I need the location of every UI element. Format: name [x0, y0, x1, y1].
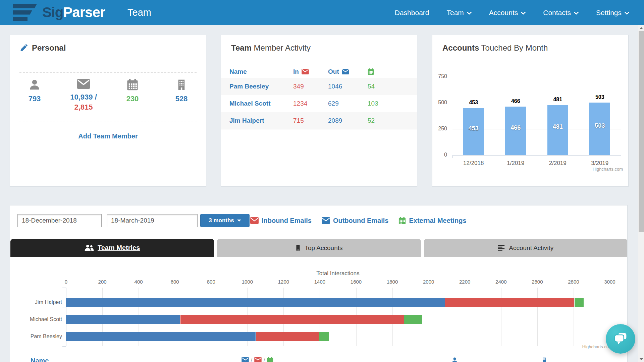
gridline: [429, 288, 429, 346]
start-date-input[interactable]: [17, 214, 102, 227]
x-axis-category-label: 3/2019: [581, 160, 618, 167]
bar-value-label: 453: [459, 100, 489, 106]
in-count: 715: [293, 117, 328, 124]
y-axis-tick-label: 250: [432, 126, 447, 132]
range-dropdown-button[interactable]: 3 months: [200, 214, 250, 227]
chart-legend: Inbound Emails Outbound Emails External …: [250, 214, 467, 227]
personal-title-text: Personal: [32, 43, 66, 52]
title-bold: Team: [231, 43, 252, 52]
in-count: 1234: [293, 100, 328, 107]
nav-item-label: Contacts: [543, 9, 571, 17]
nav-item-label: Settings: [596, 9, 622, 17]
axis-tick: [495, 155, 495, 158]
pencil-icon[interactable]: [20, 44, 28, 52]
envelope-icon: [250, 217, 259, 224]
x-axis-tick-label: 1200: [268, 279, 299, 285]
out-count: 2089: [328, 117, 368, 124]
column-header-name: Name: [229, 68, 293, 75]
legend-inbound-emails[interactable]: Inbound Emails: [250, 217, 312, 225]
bar-value-label: 481: [543, 97, 573, 103]
tab-bar: Team Metrics Top Accounts Account Activi…: [10, 239, 628, 257]
meetings-count: 54: [368, 83, 417, 90]
legend-external-meetings[interactable]: External Meetings: [398, 217, 466, 225]
stat-meetings-value: 230: [108, 95, 157, 103]
gridline: [501, 288, 501, 346]
list-icon: [498, 245, 505, 251]
scrollbar-thumb[interactable]: [639, 31, 644, 232]
accounts-card-header: Accounts Touched By Month: [432, 35, 628, 61]
stacked-bar-segment: [180, 315, 404, 324]
in-count: 349: [293, 83, 328, 90]
axis-tick: [62, 346, 66, 347]
scrollbar-up-arrow[interactable]: [638, 25, 644, 31]
tab-top-accounts[interactable]: Top Accounts: [217, 239, 421, 257]
x-axis-tick-label: 2000: [414, 279, 444, 285]
accounts-card-title: Accounts Touched By Month: [442, 43, 548, 53]
axis-tick: [62, 288, 66, 288]
meetings-count: 52: [368, 117, 417, 124]
x-axis-tick-label: 600: [160, 279, 190, 285]
column-header-in: In: [293, 68, 328, 75]
calendar-icon: [267, 357, 273, 362]
bar-inner-label: 481: [543, 123, 573, 130]
member-name-link[interactable]: Jim Halpert: [229, 117, 293, 124]
legend-label: External Meetings: [409, 217, 466, 225]
member-name-link[interactable]: Michael Scott: [229, 100, 293, 107]
envelope-icon: [322, 217, 330, 224]
end-date-input[interactable]: [107, 214, 198, 227]
bottom-table-header-partial: Name / /: [10, 357, 627, 362]
nav-item-settings[interactable]: Settings: [596, 9, 629, 17]
title-rest: Member Activity: [252, 43, 311, 52]
member-name-link[interactable]: Pam Beesley: [229, 83, 293, 90]
team-activity-title: Team Member Activity: [231, 43, 311, 53]
tab-account-activity[interactable]: Account Activity: [424, 239, 628, 257]
y-axis-tick-label: 750: [432, 73, 447, 79]
personal-stats: 793 10,939 / 2,815 230 528: [10, 79, 206, 112]
page-title: Team: [127, 7, 151, 18]
legend-label: Outbound Emails: [333, 217, 389, 225]
out-count: 1046: [328, 83, 368, 90]
envelope-icon: [77, 79, 90, 89]
envelope-icon: [342, 69, 349, 74]
x-axis-tick-label: 1600: [341, 279, 371, 285]
divider: [19, 121, 197, 121]
y-axis-category-label: Jim Halpert: [10, 299, 62, 305]
vertical-scrollbar[interactable]: [638, 25, 644, 362]
scrollbar-down-arrow[interactable]: [638, 356, 644, 362]
x-axis-tick-label: 200: [87, 279, 117, 285]
x-axis-category-label: 1/2019: [497, 160, 534, 167]
stat-contacts: 793: [10, 79, 59, 112]
stat-meetings: 230: [108, 79, 157, 112]
range-label: 3 months: [209, 217, 234, 224]
building-icon: [176, 79, 187, 91]
stacked-bar-segment: [445, 298, 574, 307]
x-axis-category-label: 12/2018: [455, 160, 492, 167]
chevron-down-icon: [625, 12, 629, 15]
calendar-icon: [368, 68, 374, 75]
nav-item-team[interactable]: Team: [446, 9, 471, 17]
y-axis-tick-label: 0: [432, 152, 447, 158]
chat-widget-button[interactable]: [606, 324, 635, 354]
team-activity-table: Name In Out Pam Beesley 349 1046 54 Mich…: [221, 65, 417, 129]
y-axis-tick-label: 500: [432, 100, 447, 106]
brand-logo[interactable]: SigParser: [13, 3, 105, 21]
x-axis-tick-label: 400: [123, 279, 154, 285]
legend-outbound-emails[interactable]: Outbound Emails: [322, 217, 389, 225]
brand-text: SigParser: [42, 5, 105, 19]
nav-item-contacts[interactable]: Contacts: [543, 9, 579, 17]
tab-team-metrics[interactable]: Team Metrics: [10, 239, 214, 257]
bar-inner-label: 453: [459, 125, 489, 132]
table-header-row: Name In Out: [221, 65, 417, 78]
chevron-down-icon: [521, 12, 526, 15]
add-team-member-link[interactable]: Add Team Member: [10, 132, 206, 140]
tab-label: Account Activity: [509, 244, 553, 252]
bar-value-label: 466: [500, 98, 531, 104]
stat-emails-out-value: 2,815: [59, 103, 108, 112]
nav-links: Dashboard Team Accounts Contacts Setting…: [395, 0, 629, 25]
envelope-icon: [241, 357, 249, 362]
nav-item-accounts[interactable]: Accounts: [489, 9, 526, 17]
nav-item-dashboard[interactable]: Dashboard: [395, 9, 429, 17]
users-icon: [85, 244, 94, 251]
chart-title: Total Interactions: [66, 270, 610, 277]
chevron-down-icon: [574, 12, 579, 15]
